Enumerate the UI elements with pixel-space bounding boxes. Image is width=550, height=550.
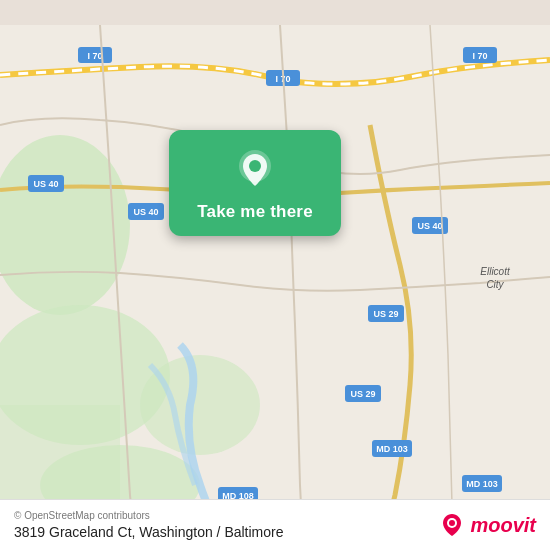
- bottom-bar: © OpenStreetMap contributors 3819 Gracel…: [0, 499, 550, 550]
- moovit-label: moovit: [470, 514, 536, 537]
- map-svg: I 70 I 70 I 70 US 40 US 40 US 40 US 29 U…: [0, 0, 550, 550]
- moovit-logo[interactable]: moovit: [438, 511, 536, 539]
- svg-rect-5: [0, 405, 120, 505]
- moovit-pin-icon: [438, 511, 466, 539]
- location-pin-icon: [233, 148, 277, 192]
- svg-point-33: [449, 520, 455, 526]
- svg-point-31: [249, 160, 261, 172]
- address-text: 3819 Graceland Ct, Washington / Baltimor…: [14, 524, 284, 540]
- address-section: © OpenStreetMap contributors 3819 Gracel…: [14, 510, 284, 540]
- svg-text:US 40: US 40: [417, 221, 442, 231]
- map-container: I 70 I 70 I 70 US 40 US 40 US 40 US 29 U…: [0, 0, 550, 550]
- svg-text:I 70: I 70: [87, 51, 102, 61]
- svg-text:US 29: US 29: [350, 389, 375, 399]
- svg-text:Ellicott: Ellicott: [480, 266, 511, 277]
- copyright-text: © OpenStreetMap contributors: [14, 510, 284, 521]
- cta-card[interactable]: Take me there: [169, 130, 341, 236]
- svg-text:MD 103: MD 103: [466, 479, 498, 489]
- button-overlay: Take me there: [155, 130, 355, 236]
- svg-text:I 70: I 70: [472, 51, 487, 61]
- svg-text:MD 103: MD 103: [376, 444, 408, 454]
- svg-text:US 29: US 29: [373, 309, 398, 319]
- svg-text:US 40: US 40: [33, 179, 58, 189]
- take-me-there-button[interactable]: Take me there: [197, 202, 313, 222]
- svg-text:City: City: [486, 279, 504, 290]
